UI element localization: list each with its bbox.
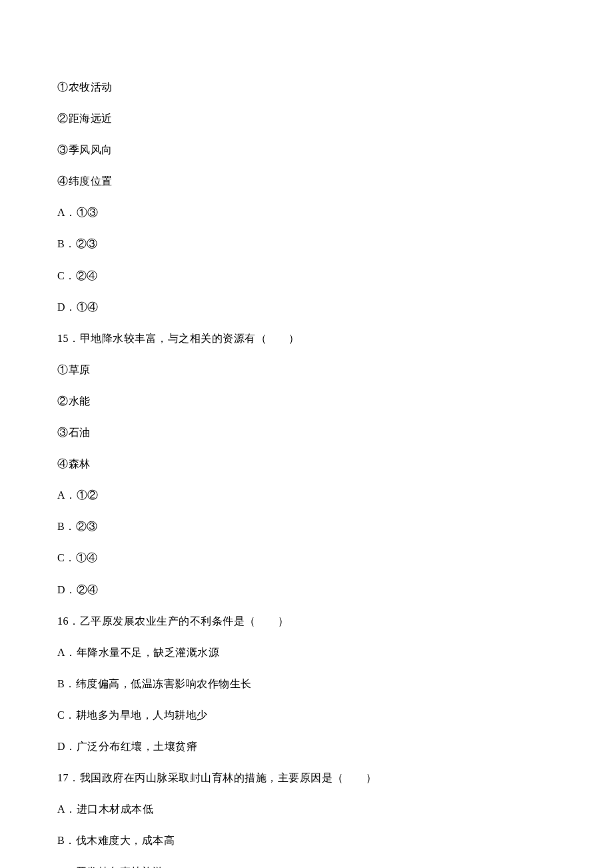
text-line-22: 17．我国政府在丙山脉采取封山育林的措施，主要原因是（ ） bbox=[57, 769, 556, 787]
text-line-14: B．②③ bbox=[57, 518, 556, 535]
text-line-13: A．①② bbox=[57, 487, 556, 504]
text-line-3: ④纬度位置 bbox=[57, 173, 556, 190]
text-line-25: C．开发特色森林旅游 bbox=[57, 863, 556, 868]
text-line-9: ①草原 bbox=[57, 361, 556, 379]
text-line-16: D．②④ bbox=[57, 581, 556, 599]
text-line-24: B．伐木难度大，成本高 bbox=[57, 832, 556, 849]
text-line-11: ③石油 bbox=[57, 424, 556, 441]
text-line-10: ②水能 bbox=[57, 393, 556, 410]
text-line-23: A．进口木材成本低 bbox=[57, 801, 556, 818]
text-line-2: ③季风风向 bbox=[57, 141, 556, 159]
text-line-7: D．①④ bbox=[57, 299, 556, 316]
text-line-1: ②距海远近 bbox=[57, 110, 556, 127]
text-line-20: C．耕地多为旱地，人均耕地少 bbox=[57, 707, 556, 724]
text-line-17: 16．乙平原发展农业生产的不利条件是（ ） bbox=[57, 613, 556, 630]
text-line-12: ④森林 bbox=[57, 455, 556, 473]
text-line-8: 15．甲地降水较丰富，与之相关的资源有（ ） bbox=[57, 330, 556, 347]
text-line-6: C．②④ bbox=[57, 267, 556, 285]
text-line-5: B．②③ bbox=[57, 235, 556, 253]
text-line-4: A．①③ bbox=[57, 204, 556, 221]
text-line-18: A．年降水量不足，缺乏灌溉水源 bbox=[57, 644, 556, 661]
text-line-19: B．纬度偏高，低温冻害影响农作物生长 bbox=[57, 675, 556, 693]
text-line-21: D．广泛分布红壤，土壤贫瘠 bbox=[57, 738, 556, 755]
text-line-0: ①农牧活动 bbox=[57, 79, 556, 96]
text-line-15: C．①④ bbox=[57, 549, 556, 567]
